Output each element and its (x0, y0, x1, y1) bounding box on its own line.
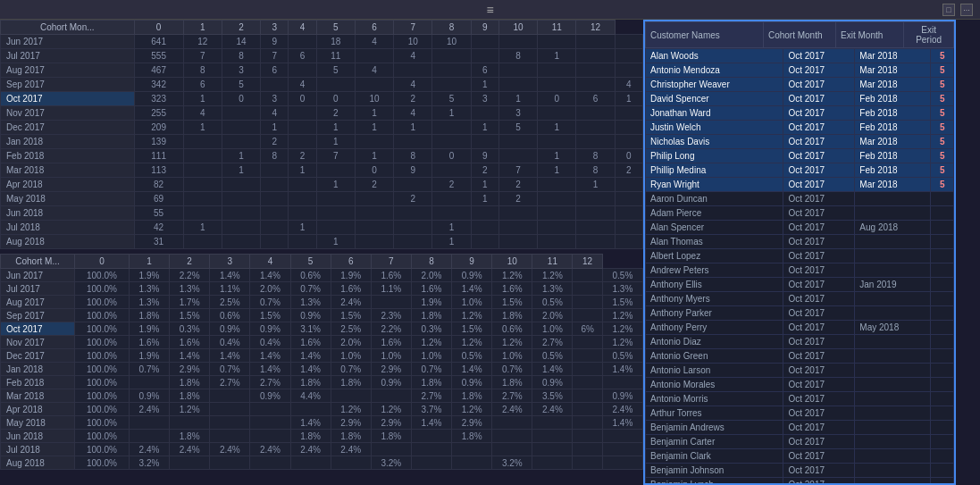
list-item[interactable]: Arthur TorresOct 2017 (646, 406, 954, 421)
grid-cell[interactable] (222, 206, 260, 221)
grid-cell[interactable]: 641 (134, 35, 183, 49)
pct-row-label[interactable]: Aug 2017 (1, 296, 75, 309)
list-item[interactable]: Antonio MorrisOct 2017 (646, 392, 954, 406)
grid-cell[interactable] (394, 135, 432, 149)
grid-cell[interactable]: 2 (261, 135, 289, 149)
pct-cell[interactable]: 1.2% (452, 403, 492, 416)
pct-cell[interactable]: 1.6% (331, 282, 371, 296)
grid-cell[interactable]: 1 (316, 121, 355, 135)
pct-cell[interactable]: 1.3% (532, 282, 573, 296)
table-row[interactable]: Aug 2017100.0%1.3%1.7%2.5%0.7%1.3%2.4%1.… (1, 296, 643, 309)
table-row[interactable]: Sep 2017100.0%1.8%1.5%0.6%1.5%0.9%1.5%2.… (1, 309, 643, 322)
pct-row-label[interactable]: Jun 2018 (1, 430, 75, 443)
pct-cell[interactable]: 1.5% (492, 296, 532, 309)
grid-cell[interactable] (432, 121, 471, 135)
list-item[interactable]: Benjamin CarterOct 2017 (646, 435, 954, 449)
pct-cell[interactable]: 2.0% (331, 336, 371, 349)
pct-cell[interactable]: 1.8% (290, 376, 331, 389)
pct-cell[interactable]: 0.7% (331, 363, 371, 376)
grid-cell[interactable] (289, 121, 316, 135)
list-item[interactable]: Alan WoodsOct 2017Mar 20185 (646, 49, 954, 63)
pct-cell[interactable]: 1.4% (452, 282, 492, 296)
pct-cell[interactable]: 1.0% (371, 349, 411, 363)
grid-cell[interactable]: 1 (355, 106, 393, 121)
pct-cell[interactable] (290, 403, 331, 416)
table-row[interactable]: Dec 2017100.0%1.9%1.4%1.4%1.4%1.4%1.0%1.… (1, 349, 643, 363)
pct-cell[interactable]: 1.8% (170, 430, 210, 443)
pct-cell[interactable]: 1.2% (492, 336, 532, 349)
pct-cell[interactable] (210, 389, 250, 403)
pct-cell[interactable]: 1.6% (371, 336, 411, 349)
grid-cell[interactable]: 2 (355, 178, 393, 192)
pct-cell[interactable]: 1.6% (170, 336, 210, 349)
pct-cell[interactable]: 1.2% (602, 309, 642, 322)
grid-cell[interactable] (289, 63, 316, 78)
grid-cell[interactable]: 1 (615, 92, 642, 106)
grid-cell[interactable]: 255 (134, 106, 183, 121)
grid-cell[interactable] (432, 49, 471, 63)
table-row[interactable]: Sep 2017342654414 (1, 78, 643, 92)
grid-cell[interactable]: 6 (183, 78, 222, 92)
pct-cell[interactable]: 0.7% (129, 363, 169, 376)
grid-cell[interactable] (183, 192, 222, 206)
pct-cell[interactable]: 100.0% (75, 430, 130, 443)
pct-cell[interactable]: 2.4% (129, 443, 169, 456)
grid-cell[interactable]: 8 (222, 49, 260, 63)
grid-cell[interactable]: 1 (289, 221, 316, 235)
pct-cell[interactable]: 2.4% (331, 443, 371, 456)
pct-cell[interactable]: 4.4% (290, 389, 331, 403)
table-row[interactable]: Aug 2018100.0%3.2%3.2%3.2% (1, 456, 643, 470)
table-row[interactable]: May 2018100.0%1.4%2.9%2.9%1.4%2.9%1.4% (1, 416, 643, 430)
grid-cell[interactable]: 3 (222, 63, 260, 78)
pct-cell[interactable]: 0.5% (532, 296, 573, 309)
list-item[interactable]: Philip LongOct 2017Feb 20185 (646, 149, 954, 163)
pct-row-label[interactable]: Dec 2017 (1, 349, 75, 363)
pct-cell[interactable]: 100.0% (75, 322, 130, 336)
pct-cell[interactable]: 0.9% (602, 389, 642, 403)
pct-cell[interactable]: 2.5% (210, 296, 250, 309)
pct-cell[interactable]: 100.0% (75, 336, 130, 349)
pct-cell[interactable]: 100.0% (75, 416, 130, 430)
grid-cell[interactable]: 10 (355, 92, 393, 106)
grid-cell[interactable]: 1 (183, 92, 222, 106)
grid-cell[interactable] (183, 149, 222, 163)
pct-cell[interactable]: 1.4% (210, 269, 250, 282)
pct-cell[interactable]: 2.4% (170, 443, 210, 456)
grid-cell[interactable] (576, 235, 615, 249)
pct-cell[interactable]: 1.3% (602, 282, 642, 296)
row-label[interactable]: Jul 2017 (1, 49, 135, 63)
pct-cell[interactable]: 0.7% (210, 363, 250, 376)
list-item[interactable]: Phillip MedinaOct 2017Feb 20185 (646, 163, 954, 178)
grid-cell[interactable] (432, 192, 471, 206)
pct-cell[interactable] (250, 416, 290, 430)
list-item[interactable]: Antonio GreenOct 2017 (646, 349, 954, 364)
grid-cell[interactable] (576, 35, 615, 49)
pct-cell[interactable]: 1.4% (411, 416, 451, 430)
grid-cell[interactable]: 6 (576, 92, 615, 106)
grid-cell[interactable]: 2 (498, 192, 537, 206)
pct-cell[interactable]: 2.2% (170, 269, 210, 282)
pct-cell[interactable]: 1.3% (170, 282, 210, 296)
pct-cell[interactable] (411, 430, 451, 443)
grid-cell[interactable] (498, 221, 537, 235)
grid-cell[interactable] (538, 178, 576, 192)
grid-cell[interactable]: 8 (498, 49, 537, 63)
pct-cell[interactable] (210, 456, 250, 470)
pct-cell[interactable] (573, 363, 602, 376)
row-label[interactable]: Sep 2017 (1, 78, 135, 92)
pct-cell[interactable] (210, 416, 250, 430)
pct-cell[interactable]: 1.5% (602, 296, 642, 309)
table-row[interactable]: Jun 2018100.0%1.8%1.8%1.8%1.8%1.8% (1, 430, 643, 443)
pct-cell[interactable]: 2.9% (170, 363, 210, 376)
grid-cell[interactable] (615, 192, 642, 206)
list-item[interactable]: Andrew PetersOct 2017 (646, 263, 954, 278)
row-label[interactable]: Nov 2017 (1, 106, 135, 121)
grid-cell[interactable] (289, 206, 316, 221)
grid-cell[interactable] (316, 78, 355, 92)
grid-cell[interactable]: 1 (471, 192, 498, 206)
pct-cell[interactable]: 6% (573, 322, 602, 336)
grid-cell[interactable]: 1 (498, 92, 537, 106)
pct-cell[interactable]: 1.9% (411, 296, 451, 309)
grid-cell[interactable] (261, 178, 289, 192)
grid-cell[interactable] (183, 163, 222, 178)
